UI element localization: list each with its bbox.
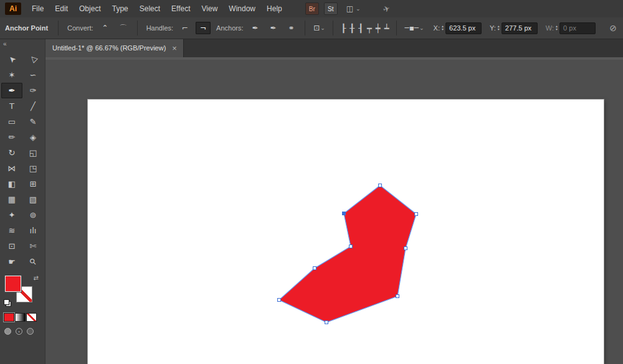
menu-window[interactable]: Window (223, 0, 261, 17)
draw-normal-icon[interactable] (4, 328, 11, 335)
bridge-badge[interactable]: Br (305, 2, 319, 15)
menu-edit[interactable]: Edit (49, 0, 74, 17)
scale-tool[interactable]: ◱ (22, 145, 44, 161)
curvature-tool[interactable]: ✑ (22, 83, 44, 98)
align-center-v-icon[interactable]: ┿ (376, 24, 381, 33)
rectangle-tool[interactable]: ▭ (1, 114, 22, 129)
mesh-tool[interactable]: ▦ (1, 192, 22, 207)
document-setup-button[interactable]: ⊡ ⌄ (312, 22, 326, 34)
direct-selection-tool[interactable]: ▷ (22, 52, 44, 67)
align-bottom-icon[interactable]: ┷ (384, 24, 389, 33)
eyedropper-tool[interactable]: ✦ (1, 207, 22, 223)
align-top-icon[interactable]: ┯ (367, 24, 372, 33)
none-mode-button[interactable] (26, 313, 37, 322)
x-stepper[interactable]: ▴ ▾ (442, 25, 444, 31)
artboard-tool[interactable]: ⊡ (1, 238, 22, 254)
anchor-point-title: Anchor Point (5, 24, 48, 32)
slice-tool[interactable]: ✄ (22, 238, 44, 254)
default-fill-stroke-icon[interactable] (4, 299, 11, 307)
stroke-profile-button[interactable]: ─▪─ ⌄ (403, 22, 425, 34)
tools-panel: « ➤▷✶∽✒✑T╱▭✎✏◈↻◱⋈◳◧⊞▦▧✦⊚≋ılı⊡✄☛⚲ ⇄ • (0, 39, 45, 364)
add-anchor-icon: ✒ (270, 24, 276, 32)
convert-to-smooth-button[interactable]: ⌒ (116, 22, 131, 34)
share-icon[interactable]: ✈ (381, 3, 391, 14)
selection-tool-icon: ➤ (6, 54, 17, 65)
menu-effect[interactable]: Effect (166, 0, 196, 17)
eyedropper-tool-icon: ✦ (9, 210, 16, 220)
gradient-tool-icon: ▧ (29, 195, 37, 204)
handles-label: Handles: (146, 24, 173, 32)
magic-wand-tool[interactable]: ✶ (1, 67, 22, 83)
menu-select[interactable]: Select (134, 0, 166, 17)
remove-anchor-button[interactable]: ✒ (247, 22, 262, 34)
artboard[interactable] (88, 100, 604, 364)
type-tool[interactable]: T (1, 98, 22, 114)
menu-object[interactable]: Object (74, 0, 107, 17)
blend-tool[interactable]: ⊚ (22, 207, 44, 223)
w-stepper: ▴ ▾ (556, 25, 558, 31)
isolate-selected-icon[interactable]: ⊘ (609, 23, 617, 33)
separator (305, 21, 305, 35)
draw-inside-icon[interactable] (27, 328, 34, 335)
menu-file[interactable]: File (26, 0, 49, 17)
convert-label: Convert: (67, 24, 93, 32)
document-tab[interactable]: Untitled-1* @ 66.67% (RGB/Preview) × (45, 39, 184, 57)
hide-handles-button[interactable]: ¬ (196, 22, 211, 34)
fill-swatch[interactable] (5, 276, 21, 292)
lasso-tool[interactable]: ∽ (22, 67, 44, 83)
add-anchor-button[interactable]: ✒ (265, 22, 280, 34)
selection-tool[interactable]: ➤ (1, 52, 22, 67)
pasteboard[interactable] (45, 57, 623, 364)
pen-tool[interactable]: ✒ (1, 83, 22, 98)
connect-anchors-button[interactable]: ⚭ (283, 22, 298, 34)
show-handles-button[interactable]: ⌐ (178, 22, 193, 34)
convert-corner-icon: ⌃ (102, 24, 108, 32)
draw-behind-icon[interactable]: • (16, 328, 22, 335)
symbol-sprayer-tool[interactable]: ≋ (1, 223, 22, 238)
line-segment-tool[interactable]: ╱ (22, 98, 44, 114)
app-logo[interactable]: Ai (5, 2, 21, 15)
align-center-h-icon[interactable]: ╂ (350, 24, 354, 33)
direct-selection-tool-icon: ▷ (27, 54, 39, 65)
x-input[interactable]: 623.5 px (445, 22, 482, 34)
color-mode-button[interactable] (4, 313, 14, 322)
tab-close-icon[interactable]: × (172, 44, 177, 52)
column-graph-tool[interactable]: ılı (22, 223, 44, 238)
eraser-tool[interactable]: ◈ (22, 129, 44, 145)
menu-help[interactable]: Help (261, 0, 288, 17)
y-stepper[interactable]: ▴ ▾ (498, 25, 500, 31)
shape-builder-tool[interactable]: ◧ (1, 176, 22, 192)
gradient-tool[interactable]: ▧ (22, 192, 44, 207)
gradient-mode-button[interactable] (15, 313, 26, 322)
document-tab-bar: Untitled-1* @ 66.67% (RGB/Preview) × (45, 39, 623, 57)
rotate-tool[interactable]: ↻ (1, 145, 22, 161)
menubar-right: Br St ◫ ⌄ ✈ (305, 2, 390, 15)
tools-grid: ➤▷✶∽✒✑T╱▭✎✏◈↻◱⋈◳◧⊞▦▧✦⊚≋ılı⊡✄☛⚲ (0, 52, 45, 269)
remove-anchor-icon: ✒ (252, 24, 258, 32)
curvature-tool-icon: ✑ (30, 86, 37, 95)
chevron-down-icon: ⌄ (320, 25, 325, 31)
swap-fill-stroke-icon[interactable]: ⇄ (34, 274, 39, 281)
free-transform-tool[interactable]: ◳ (22, 161, 44, 176)
hand-tool[interactable]: ☛ (1, 254, 22, 269)
free-transform-tool-icon: ◳ (29, 164, 37, 173)
y-input[interactable]: 277.5 px (502, 22, 538, 34)
width-tool[interactable]: ⋈ (1, 161, 22, 176)
zoom-tool[interactable]: ⚲ (22, 254, 44, 269)
align-right-icon[interactable]: ┨ (358, 24, 363, 33)
perspective-grid-tool[interactable]: ⊞ (22, 176, 44, 192)
rectangle-tool-icon: ▭ (8, 117, 16, 126)
panel-collapse-button[interactable]: « (0, 39, 45, 49)
menu-view[interactable]: View (196, 0, 224, 17)
stock-badge[interactable]: St (324, 2, 338, 15)
stepper-down-icon: ▾ (442, 28, 444, 31)
convert-to-corner-button[interactable]: ⌃ (98, 22, 113, 34)
menu-type[interactable]: Type (107, 0, 134, 17)
color-mode-row (4, 313, 45, 322)
workspace-switcher[interactable]: ◫ ⌄ (346, 4, 361, 13)
paintbrush-tool[interactable]: ✎ (22, 114, 44, 129)
pencil-tool[interactable]: ✏ (1, 129, 22, 145)
symbol-sprayer-tool-icon: ≋ (9, 226, 16, 235)
align-left-icon[interactable]: ┠ (341, 24, 346, 33)
separator (396, 21, 397, 35)
